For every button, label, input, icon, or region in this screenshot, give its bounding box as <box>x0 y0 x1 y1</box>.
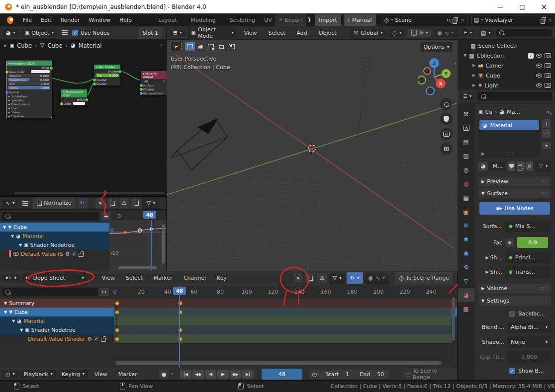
shader2-dropdown[interactable]: ●Trans... <box>505 266 551 278</box>
graph-search[interactable] <box>2 212 99 221</box>
metallic-slider[interactable]: Metallic0.000 <box>8 74 50 78</box>
export-button[interactable]: ✕Export <box>275 14 307 26</box>
menu-file[interactable]: File <box>18 17 36 23</box>
tab-output[interactable]: ▤ <box>458 135 474 149</box>
properties-search[interactable] <box>477 92 552 101</box>
eye-icon[interactable] <box>536 54 542 58</box>
start-frame-field[interactable]: Start1 <box>320 371 354 378</box>
playback-dropdown[interactable]: Playback▾ <box>20 370 56 379</box>
select-intersect-button[interactable] <box>227 42 237 51</box>
material-slot-row[interactable]: ◕ Material <box>479 120 539 130</box>
tab-particles[interactable]: ✱ <box>458 233 474 246</box>
base-color-swatch[interactable] <box>31 70 50 73</box>
menu-window[interactable]: Window <box>85 17 115 23</box>
graph-channel-fcurve[interactable]: Default Value (S ⚙ ✓ <box>0 249 118 258</box>
surface-shader-dropdown[interactable]: ●Mix S... <box>505 221 551 232</box>
sidebar-collapse-icon[interactable]: ‹ <box>455 61 457 66</box>
material-name-field[interactable]: M... <box>489 161 506 171</box>
graph-h-scrollbar[interactable] <box>118 266 157 269</box>
tab-physics[interactable]: ◉ <box>458 246 474 260</box>
alpha-slider[interactable]: Alpha1.000 <box>8 86 50 89</box>
filter-dropdown[interactable]: ▽▾ <box>143 197 159 209</box>
panel-coat[interactable]: ▸ Coat <box>6 106 52 110</box>
show-backface-checkbox[interactable]: ✓ <box>509 368 515 374</box>
current-frame-pill[interactable]: 48 <box>173 287 186 295</box>
slot-specials-button[interactable]: ▾ <box>542 142 551 149</box>
tab-tool[interactable]: ⚒ <box>458 107 474 121</box>
unlock-icon[interactable] <box>79 253 84 257</box>
current-frame-field[interactable]: 48 <box>262 369 302 380</box>
maximize-button[interactable]: □ <box>511 3 533 10</box>
menu-channel[interactable]: Channel <box>179 275 210 281</box>
show-errors-button[interactable]: ⚠ <box>119 198 129 208</box>
clip-threshold-field[interactable]: 0.000 <box>507 351 551 363</box>
tab-object-data[interactable]: ▽ <box>458 274 474 288</box>
remove-slot-button[interactable]: − <box>542 129 551 138</box>
render-visibility-icon[interactable] <box>545 53 551 58</box>
menu-icon[interactable] <box>22 203 28 204</box>
proportional-edit[interactable]: ◉∿▾ <box>365 272 388 284</box>
menu-object[interactable]: Object <box>314 30 341 36</box>
outliner-row-scene-collection[interactable]: ▦ Scene Collecti <box>458 41 555 51</box>
eye-icon[interactable] <box>536 83 542 87</box>
viewport-3d[interactable]: ➤ Options▾ User Perspective (48) Collect… <box>167 40 458 271</box>
select-subtract-button[interactable] <box>216 42 226 51</box>
unlink-button[interactable]: × <box>526 161 533 171</box>
breadcrumb-mesh[interactable]: Cube <box>47 42 62 49</box>
node-mix-shader[interactable]: ▾ Mix Shader Shader Fac0.900 Shader Shad… <box>93 64 121 86</box>
fac-socket-button[interactable]: ● <box>505 238 514 247</box>
add-slot-button[interactable]: + <box>542 119 551 128</box>
workspace-uv[interactable]: UV <box>262 17 274 23</box>
prev-keyframe-button[interactable]: ◀◆ <box>192 370 204 379</box>
show-errors-button[interactable]: ⚠ <box>317 273 327 283</box>
outliner-row-cube[interactable]: ▶ ▼ Cube <box>458 71 555 80</box>
show-hidden-button[interactable] <box>107 198 117 208</box>
shader-mode-dropdown[interactable]: ▣Object▾ <box>21 29 57 37</box>
keyframe[interactable] <box>115 328 119 332</box>
graph-current-frame-pill[interactable]: 48 <box>143 211 156 219</box>
eye-icon[interactable] <box>536 74 542 78</box>
copy-material-button[interactable] <box>517 161 524 171</box>
menu-key[interactable]: Key <box>212 275 231 281</box>
play-reverse-button[interactable]: ◀ <box>205 370 216 379</box>
dope-playhead[interactable] <box>179 286 180 368</box>
breadcrumb-object[interactable]: Cu <box>485 109 493 115</box>
grip-handle[interactable]: :::: <box>506 153 514 157</box>
fac-slider[interactable]: Fac0.900 <box>95 74 119 77</box>
browse-material-button[interactable]: ◕ <box>478 161 488 171</box>
panel-volume[interactable]: ▶Volume:::: <box>478 284 551 293</box>
options-dropdown[interactable]: Options▾ <box>420 42 453 52</box>
dope-mode-dropdown[interactable]: ◆◇Dope Sheet▾ <box>22 274 88 282</box>
tweak-tool-button[interactable]: ➤ <box>171 42 182 51</box>
ior-slider[interactable]: IOR1.450 <box>8 82 50 85</box>
to-scene-range-button[interactable]: ◷To Scene Range <box>395 272 453 284</box>
menu-marker[interactable]: Marker <box>149 275 177 281</box>
menu-view[interactable]: View <box>97 275 119 281</box>
color-swatch[interactable] <box>73 102 85 105</box>
next-keyframe-button[interactable]: ◆▶ <box>230 370 241 379</box>
keyframe[interactable] <box>115 310 119 314</box>
shadow-mode-dropdown[interactable]: None▾ <box>507 336 551 348</box>
expand-collapse-button[interactable]: ↔ <box>101 212 111 221</box>
menu-add[interactable]: Add <box>292 30 312 36</box>
menu-marker[interactable]: Marker <box>114 371 142 378</box>
fac-value-field[interactable]: 0.9 <box>517 237 548 248</box>
tab-object[interactable]: ▣ <box>458 205 474 219</box>
tab-scene[interactable]: ◎ <box>458 163 474 177</box>
chevron-down-icon[interactable]: ▾ <box>171 372 173 376</box>
panel-settings[interactable]: ▼Settings:::: <box>478 296 551 306</box>
channel-enable-checkbox[interactable]: ✓ <box>72 251 77 256</box>
slot-button[interactable]: Slot 1 <box>138 27 162 39</box>
close-icon[interactable]: × <box>460 17 464 23</box>
sync-dropdown[interactable]: ↻▾ <box>347 272 363 284</box>
tab-modifiers[interactable]: ⚙ <box>458 219 474 233</box>
zoom-gizmo-button[interactable] <box>440 98 453 110</box>
collection-checkbox[interactable]: ✓ <box>528 53 534 59</box>
pin-icon[interactable] <box>547 111 549 113</box>
editor-type-shader[interactable]: ◕▾ <box>2 29 19 37</box>
normalize-button[interactable]: Normalize <box>33 197 75 209</box>
panel-emission[interactable]: ▸ Emission <box>6 114 52 118</box>
keyframe[interactable] <box>115 337 119 341</box>
channel-enable-checkbox[interactable]: ✓ <box>94 336 99 341</box>
panel-subsurface[interactable]: ▸ Subsurface <box>6 94 52 98</box>
